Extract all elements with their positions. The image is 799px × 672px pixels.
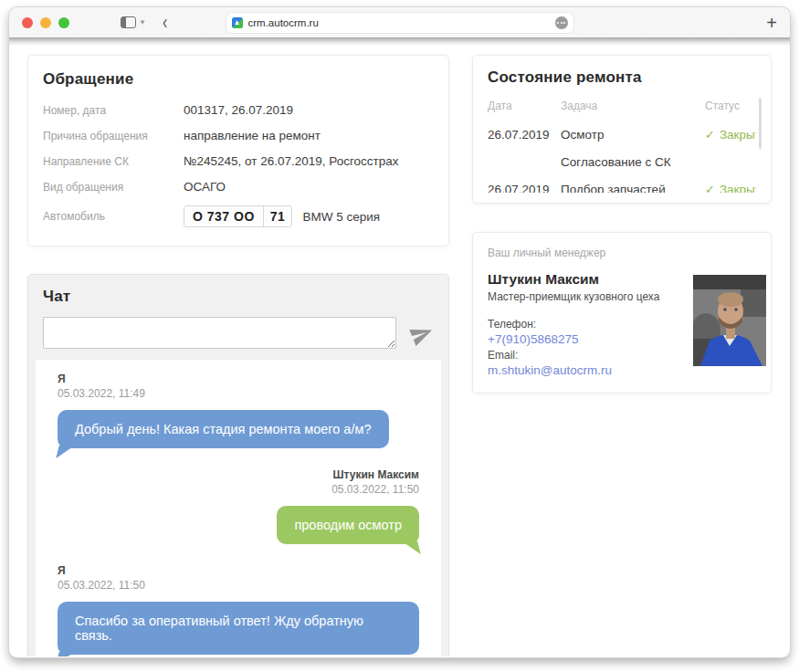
status-badge [705,153,756,171]
field-label: Причина обращения [43,130,184,142]
chat-message: Я 05.03.2022, 11:50 Спасибо за оперативн… [58,564,419,655]
address-bar-badge-icon[interactable] [555,16,568,29]
new-tab-button[interactable]: + [766,14,777,32]
chat-card: Чат Я 05.03.2022, 11:49 [27,274,449,656]
message-author: Я [58,564,419,577]
message-bubble: Спасибо за оперативный ответ! Жду обратн… [58,602,419,655]
plate-number: О 737 ОО [184,206,263,226]
cell-date: 26.07.2019 [488,126,553,143]
chat-title: Чат [43,288,434,306]
chat-message: Штукин Максим 05.03.2022, 11:50 проводим… [58,468,419,544]
field-value: направление на ремонт [184,129,321,142]
status-badge: ✓Закрыта [705,126,756,143]
manager-card: Ваш личный менеджер Штукин Максим Мастер… [472,232,772,394]
field-label: Направление СК [43,155,184,168]
back-icon[interactable]: ‹ [163,11,167,33]
appeal-car-row: Автомобиль О 737 ОО 71 BMW 5 серия [43,205,434,227]
chat-message-input[interactable] [43,317,396,349]
table-row: 26.07.2019 Подбор запчастей ✓Закрыта [488,171,756,193]
column-header-status: Статус [705,100,756,112]
table-body: 26.07.2019 Осмотр ✓Закрыта Согласование … [488,116,756,193]
field-value: №245245, от 26.07.2019, Росгосстрах [184,154,399,168]
email-link[interactable]: m.shtukin@autocrm.ru [488,363,612,377]
field-value: 001317, 26.07.2019 [184,103,293,117]
minimize-window-button[interactable] [40,17,51,28]
close-window-button[interactable] [22,17,33,28]
appeal-card: Обращение Номер, дата 001317, 26.07.2019… [27,55,449,247]
manager-photo [693,275,766,366]
browser-window: ▼ ‹ ▲ crm.autocrm.ru + Обращение Номер, … [9,7,790,657]
appeal-field-row: Направление СК №245245, от 26.07.2019, Р… [43,154,434,168]
message-time: 05.03.2022, 11:49 [58,387,419,400]
message-author: Штукин Максим [58,468,419,481]
field-label: Автомобиль [43,210,184,223]
cell-task: Осмотр [561,126,698,143]
check-icon: ✓ [705,128,715,142]
status-text: Закрыта [720,128,756,142]
chat-message-list: Я 05.03.2022, 11:49 Добрый день! Какая с… [36,360,441,656]
message-time: 05.03.2022, 11:50 [58,483,419,496]
message-author: Я [58,373,419,385]
chevron-down-icon[interactable]: ▼ [139,18,146,26]
repair-status-card: Состояние ремонта Дата Задача Статус 26.… [472,55,772,204]
address-bar[interactable]: ▲ crm.autocrm.ru [226,13,573,33]
message-time: 05.03.2022, 11:50 [58,579,419,592]
phone-link[interactable]: +7(910)5868275 [488,332,578,346]
status-badge: ✓Закрыта [705,181,756,193]
appeal-field-row: Вид обращения ОСАГО [43,180,434,194]
license-plate: О 737 ОО 71 [184,205,292,227]
browser-toolbar: ▼ ‹ ▲ crm.autocrm.ru + [9,7,790,38]
table-scrollbar[interactable] [759,98,762,149]
car-model: BMW 5 серия [302,210,380,224]
table-header-row: Дата Задача Статус [488,100,756,116]
cell-task: Подбор запчастей [561,181,698,193]
field-label: Номер, дата [43,104,184,117]
field-label: Вид обращения [43,181,184,194]
chat-message: Я 05.03.2022, 11:49 Добрый день! Какая с… [58,373,419,448]
appeal-field-row: Номер, дата 001317, 26.07.2019 [43,103,434,117]
table-row: 26.07.2019 Осмотр ✓Закрыта [488,116,756,143]
status-text: Закрыта [720,183,756,193]
check-icon: ✓ [705,183,715,193]
cell-date: 26.07.2019 [488,181,553,193]
table-row: Согласование с СК [488,143,756,171]
field-value: ОСАГО [184,180,226,194]
column-header-date: Дата [488,100,553,112]
manager-label: Ваш личный менеджер [488,247,756,259]
plate-region: 71 [263,206,292,226]
zoom-window-button[interactable] [58,17,69,28]
column-header-task: Задача [561,100,698,112]
repair-status-title: Состояние ремонта [488,68,756,87]
paper-plane-icon [406,319,437,350]
sidebar-icon[interactable] [121,16,136,28]
message-bubble: проводим осмотр [277,506,419,544]
appeal-title: Обращение [43,70,434,89]
traffic-lights [22,17,69,28]
send-message-button[interactable] [409,321,434,347]
message-bubble: Добрый день! Какая стадия ремонта моего … [58,410,389,448]
page: Обращение Номер, дата 001317, 26.07.2019… [9,38,790,656]
cell-task: Согласование с СК [561,153,698,171]
site-favicon-icon: ▲ [232,17,243,28]
url-text: crm.autocrm.ru [248,17,555,28]
appeal-field-row: Причина обращения направление на ремонт [43,129,434,142]
